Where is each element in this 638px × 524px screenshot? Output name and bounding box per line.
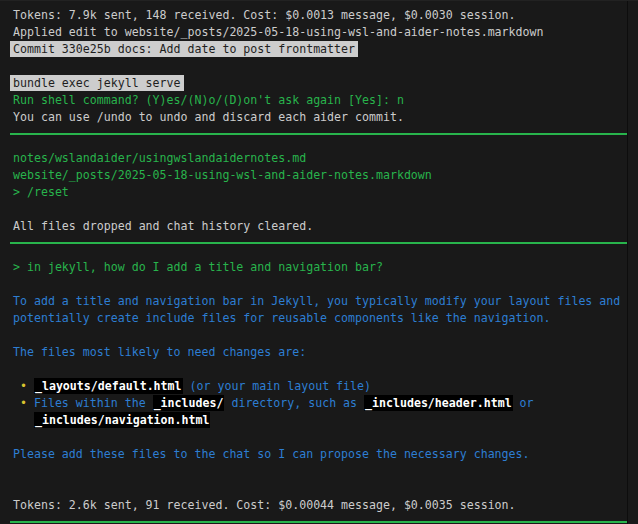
blank-line [13,276,638,293]
terminal-line: _includes/navigation.html [13,412,638,429]
text-segment: _includes/ [153,395,225,411]
terminal-line: • Files within the _includes/ directory,… [13,395,638,412]
terminal-line: To add a title and navigation bar in Jek… [13,293,638,310]
terminal-line: notes/wslandaider/usingwslandaidernotes.… [13,150,638,167]
text-segment: All files dropped and chat history clear… [13,219,313,233]
text-segment: (or your main layout file) [183,379,371,393]
bullet-icon: • [13,379,34,393]
divider-line [10,133,628,135]
text-segment: Run shell command? (Y)es/(N)o/(D)on't as… [13,93,404,107]
terminal-line: > in jekyll, how do I add a title and na… [13,259,638,276]
text-segment: Please add these files to the chat so I … [13,447,530,461]
blank-line [13,201,638,218]
blank-line [13,480,638,497]
terminal-line: Tokens: 7.9k sent, 148 received. Cost: $… [13,7,638,24]
text-segment: Tokens: 7.9k sent, 148 received. Cost: $… [13,8,516,22]
blank-line [13,463,638,480]
terminal-line: All files dropped and chat history clear… [13,218,638,235]
text-segment: Tokens: 2.6k sent, 91 received. Cost: $0… [13,498,516,512]
terminal-line: • _layouts/default.html (or your main la… [13,378,638,395]
blank-line [13,327,638,344]
text-segment: > in jekyll, how do I add a title and na… [13,260,383,274]
divider-row [13,133,638,150]
blank-line [13,429,638,446]
terminal-line: Run shell command? (Y)es/(N)o/(D)on't as… [13,92,638,109]
text-segment [13,413,34,427]
divider-line [10,242,628,244]
bullet-icon: • [13,396,34,410]
text-segment: Applied edit to website/_posts/2025-05-1… [13,25,543,39]
text-segment: _includes/header.html [364,395,513,411]
terminal-line: > /reset [13,184,638,201]
terminal[interactable]: Tokens: 7.9k sent, 148 received. Cost: $… [0,0,638,524]
text-segment: notes/wslandaider/usingwslandaidernotes.… [13,151,306,165]
divider-row [13,242,638,259]
text-segment: You can use /undo to undo and discard ea… [13,110,404,124]
text-segment: directory, such as [224,396,364,410]
terminal-right-edge [627,1,628,524]
divider-line [10,521,628,523]
terminal-line: Commit 330e25b docs: Add date to post fr… [13,41,638,58]
terminal-line: potentially create include files for reu… [13,310,638,327]
text-segment: > /reset [13,185,69,199]
terminal-line: Please add these files to the chat so I … [13,446,638,463]
text-segment: Files within the [34,396,153,410]
text-segment: potentially create include files for reu… [13,311,550,325]
text-segment: Commit 330e25b docs: Add date to post fr… [10,41,358,57]
blank-line [13,58,638,75]
terminal-line: The files most likely to need changes ar… [13,344,638,361]
terminal-line: bundle exec jekyll serve [13,75,638,92]
terminal-line: website/_posts/2025-05-18-using-wsl-and-… [13,167,638,184]
terminal-line: Applied edit to website/_posts/2025-05-1… [13,24,638,41]
terminal-line: Tokens: 2.6k sent, 91 received. Cost: $0… [13,497,638,514]
text-segment: To add a title and navigation bar in Jek… [13,294,620,308]
text-segment: bundle exec jekyll serve [10,75,184,91]
text-segment: _includes/navigation.html [34,412,211,428]
text-segment: _layouts/default.html [34,378,183,394]
blank-line [13,361,638,378]
text-segment: or [513,396,534,410]
text-segment: The files most likely to need changes ar… [13,345,306,359]
terminal-line: You can use /undo to undo and discard ea… [13,109,638,126]
text-segment: website/_posts/2025-05-18-using-wsl-and-… [13,168,432,182]
